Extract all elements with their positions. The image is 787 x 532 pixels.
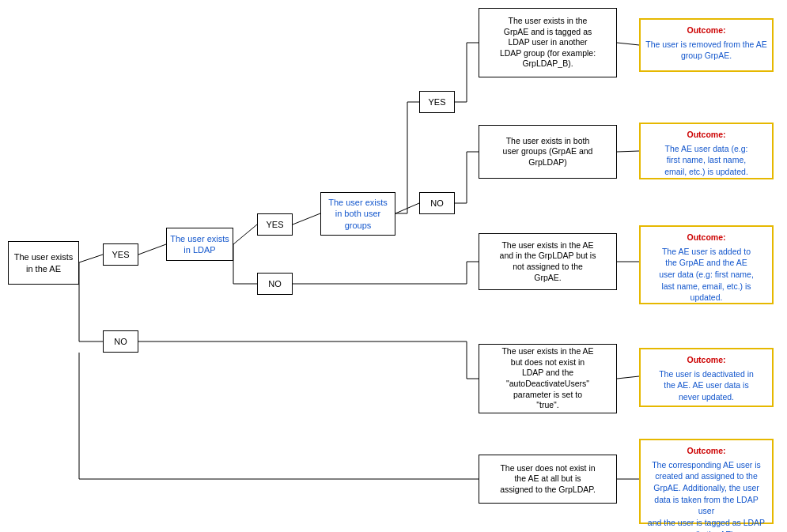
outcome-2: Outcome: The AE user data (e.g: first na… bbox=[639, 123, 774, 179]
svg-line-27 bbox=[617, 151, 639, 152]
node-yes1: YES bbox=[103, 243, 138, 266]
node-ldap: The user exists in LDAP bbox=[166, 228, 233, 261]
node-no1: NO bbox=[103, 330, 138, 353]
svg-line-7 bbox=[293, 213, 320, 224]
svg-line-26 bbox=[617, 43, 639, 45]
outcome-4: Outcome: The user is deactivated in the … bbox=[639, 348, 774, 407]
svg-line-3 bbox=[138, 244, 166, 255]
node-cond2: The user exists in both user groups (Grp… bbox=[479, 125, 617, 179]
node-cond5: The user does not exist in the AE at all… bbox=[479, 455, 617, 504]
outcome-3: Outcome: The AE user is added to the Grp… bbox=[639, 225, 774, 304]
svg-line-29 bbox=[617, 376, 639, 379]
node-cond4: The user exists in the AE but does not e… bbox=[479, 344, 617, 413]
node-cond1: The user exists in the GrpAE and is tagg… bbox=[479, 8, 617, 77]
node-bothgroups: The user exists in both user groups bbox=[320, 192, 395, 236]
node-root: The user exists in the AE bbox=[8, 241, 79, 285]
flowchart-diagram: The user exists in the AE YES NO The use… bbox=[0, 0, 787, 532]
node-no3: NO bbox=[419, 192, 455, 214]
node-yes2: YES bbox=[257, 213, 293, 236]
svg-line-11 bbox=[395, 203, 419, 213]
node-cond3: The user exists in the AE and in the Grp… bbox=[479, 233, 617, 290]
node-no2: NO bbox=[257, 273, 293, 295]
outcome-5: Outcome: The corresponding AE user is cr… bbox=[639, 439, 774, 524]
outcome-1: Outcome: The user is removed from the AE… bbox=[639, 18, 774, 72]
node-yes3: YES bbox=[419, 91, 455, 113]
svg-line-0 bbox=[79, 255, 103, 262]
svg-line-4 bbox=[233, 224, 257, 244]
